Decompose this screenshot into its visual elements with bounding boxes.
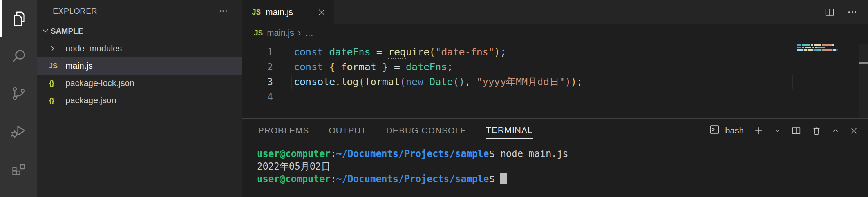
code-text: const dateFns = require("date-fns"); xyxy=(273,45,506,60)
code-token: format xyxy=(365,76,400,88)
files-icon xyxy=(10,10,28,28)
panel-tab-terminal[interactable]: TERMINAL xyxy=(486,123,533,139)
close-tab-icon[interactable] xyxy=(317,8,326,16)
file-tree: node_modulesJSmain.js{}package-lock.json… xyxy=(37,40,242,109)
terminal-text: $ xyxy=(489,173,494,184)
explorer-item-node_modules[interactable]: node_modules xyxy=(37,40,242,57)
code-token: const xyxy=(294,46,323,58)
line-number: 4 xyxy=(242,89,273,104)
tab-title: main.js xyxy=(266,7,293,17)
kill-terminal-button[interactable] xyxy=(811,126,822,136)
terminal-text: ~/Documents/Projects/sample xyxy=(336,148,489,159)
terminal-text: $ xyxy=(489,148,494,159)
activity-search[interactable] xyxy=(0,37,37,75)
launch-profile-button[interactable] xyxy=(774,127,781,135)
terminal-text: user@computer xyxy=(257,148,331,159)
code-token xyxy=(423,76,429,88)
code-token: uire xyxy=(406,46,429,58)
terminal-text: : xyxy=(331,148,336,159)
code-text: console.log(format(new Date(), "yyyy年MM月… xyxy=(273,75,582,89)
shell-label: bash xyxy=(725,126,744,136)
minimap[interactable] xyxy=(797,44,859,51)
code-editor[interactable]: 1const dateFns = require("date-fns");2co… xyxy=(242,41,868,118)
explorer-header: EXPLORER xyxy=(37,0,242,22)
code-token: } xyxy=(382,61,388,73)
line-number: 3 xyxy=(242,75,273,89)
code-token: ( xyxy=(429,46,435,58)
code-token: { xyxy=(329,61,335,73)
code-token: ; xyxy=(500,46,506,58)
breadcrumb-symbol-more[interactable]: … xyxy=(305,28,313,38)
terminal-text xyxy=(495,173,500,184)
activity-explorer[interactable] xyxy=(0,0,37,37)
file-label: package.json xyxy=(65,95,116,106)
js-file-icon: JS xyxy=(252,8,261,16)
code-token: = xyxy=(388,61,406,73)
explorer-more-actions-button[interactable] xyxy=(218,6,228,16)
code-token: ( xyxy=(359,76,365,88)
js-file-icon: JS xyxy=(49,62,62,70)
terminal-cursor xyxy=(500,173,507,184)
code-line-4[interactable]: 4 xyxy=(242,89,868,104)
code-token: ; xyxy=(447,61,453,73)
panel-tab-problems[interactable]: PROBLEMS xyxy=(258,123,309,138)
activity-source-control[interactable] xyxy=(0,75,37,112)
explorer-item-main.js[interactable]: JSmain.js xyxy=(37,57,242,75)
code-line-2[interactable]: 2const { format } = dateFns; xyxy=(242,60,868,75)
code-token: = xyxy=(371,46,388,58)
terminal[interactable]: user@computer:~/Documents/Projects/sampl… xyxy=(242,143,868,197)
extensions-icon xyxy=(10,159,28,177)
chevron-down-icon xyxy=(40,27,51,35)
maximize-panel-button[interactable] xyxy=(831,126,840,135)
folder-section-sample[interactable]: SAMPLE xyxy=(37,22,242,40)
terminal-text: : xyxy=(331,173,336,184)
line-number: 1 xyxy=(242,45,273,60)
code-text xyxy=(273,89,294,104)
explorer-item-package.json[interactable]: {}package.json xyxy=(37,92,242,109)
search-icon xyxy=(10,47,28,65)
code-token xyxy=(376,61,382,73)
code-text: const { format } = dateFns; xyxy=(273,60,453,75)
code-token: "yyyy年MM月dd日" xyxy=(477,76,565,88)
editor-more-actions-icon[interactable] xyxy=(847,7,858,18)
panel-header: PROBLEMSOUTPUTDEBUG CONSOLETERMINALbash xyxy=(242,119,868,143)
new-terminal-button[interactable] xyxy=(753,125,764,136)
code-token: console xyxy=(294,76,335,88)
terminal-line: user@computer:~/Documents/Projects/sampl… xyxy=(257,148,868,160)
split-terminal-button[interactable] xyxy=(791,125,802,136)
close-panel-button[interactable] xyxy=(849,126,859,135)
code-token: ( xyxy=(400,76,406,88)
breadcrumb: JS main.js › … xyxy=(242,24,868,41)
activity-run-and-debug[interactable] xyxy=(0,112,37,149)
file-label: node_modules xyxy=(65,44,122,54)
terminal-shell-selector[interactable]: bash xyxy=(709,124,744,138)
terminal-line: 2022年05月02日 xyxy=(257,160,868,173)
code-token xyxy=(323,61,329,73)
editor-scrollbar[interactable] xyxy=(859,44,868,118)
breadcrumb-file[interactable]: main.js xyxy=(267,28,294,38)
tab-main-js[interactable]: JS main.js xyxy=(242,0,334,24)
split-editor-icon[interactable] xyxy=(824,7,835,18)
activity-extensions[interactable] xyxy=(0,149,37,186)
editor-actions xyxy=(824,0,858,24)
code-line-3[interactable]: 3console.log(format(new Date(), "yyyy年MM… xyxy=(242,75,868,89)
terminal-text: user@computer xyxy=(257,173,331,184)
line-number: 2 xyxy=(242,60,273,75)
minimap-line xyxy=(797,44,859,46)
editor-tab-bar: JS main.js xyxy=(242,0,868,24)
file-label: package-lock.json xyxy=(65,78,134,88)
minimap-line xyxy=(797,46,859,48)
panel-tab-output[interactable]: OUTPUT xyxy=(328,123,367,138)
code-line-1[interactable]: 1const dateFns = require("date-fns"); xyxy=(242,45,868,60)
terminal-text: node main.js xyxy=(495,148,568,159)
json-file-icon: {} xyxy=(49,96,62,105)
file-label: main.js xyxy=(65,61,93,71)
cursor-position-marker xyxy=(859,62,868,64)
code-token: Date xyxy=(429,76,453,88)
code-token: dateFns xyxy=(406,61,447,73)
code-token: ) xyxy=(494,46,500,58)
panel-tab-debug-console[interactable]: DEBUG CONSOLE xyxy=(386,123,467,138)
explorer-item-package-lock.json[interactable]: {}package-lock.json xyxy=(37,75,242,92)
breadcrumb-separator: › xyxy=(298,28,301,38)
terminal-line: user@computer:~/Documents/Projects/sampl… xyxy=(257,173,868,185)
